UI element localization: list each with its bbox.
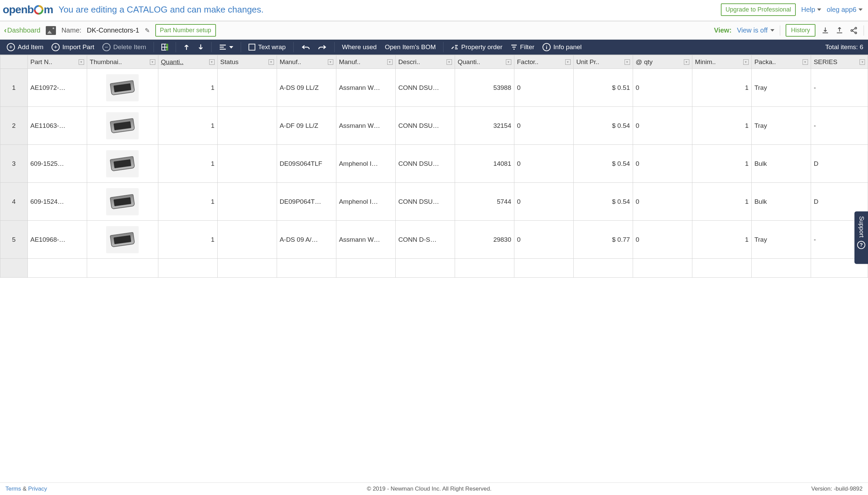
cell-factory[interactable]: 0 (514, 145, 573, 183)
cell-mfr-pn[interactable]: A-DF 09 LL/Z (277, 107, 336, 145)
undo-button[interactable] (299, 43, 312, 52)
cell-packaging[interactable]: Bulk (751, 183, 811, 221)
table-row[interactable] (0, 259, 868, 278)
cell-factory[interactable] (514, 259, 573, 278)
cell-description[interactable]: CONN DSU… (395, 107, 455, 145)
column-header-packaging[interactable]: Packa..▾ (751, 55, 811, 69)
open-items-bom-button[interactable]: Open Item's BOM (383, 42, 438, 52)
cell-qty-available[interactable]: 5744 (455, 183, 514, 221)
cell-at-qty[interactable] (633, 259, 692, 278)
cell-factory[interactable]: 0 (514, 69, 573, 107)
column-header-series[interactable]: SERIES▾ (811, 55, 868, 69)
cell-series[interactable]: - (811, 69, 868, 107)
cell-thumbnail[interactable] (87, 107, 158, 145)
cell-unit-price[interactable]: $ 0.77 (573, 221, 633, 259)
cell-thumbnail[interactable] (87, 69, 158, 107)
view-selector[interactable]: View is off (737, 27, 775, 34)
cell-mfr[interactable]: Assmann W… (336, 69, 395, 107)
cell-factory[interactable]: 0 (514, 107, 573, 145)
cell-description[interactable] (395, 259, 455, 278)
cell-minimum[interactable]: 1 (692, 145, 751, 183)
cell-description[interactable]: CONN D-S… (395, 221, 455, 259)
column-header-part-number[interactable]: Part N..▾ (28, 55, 87, 69)
filter-icon[interactable]: ▾ (209, 59, 215, 65)
cell-quantity[interactable]: 1 (158, 69, 217, 107)
column-header-quantity[interactable]: Quanti..▾ (158, 55, 217, 69)
cell-status[interactable] (217, 145, 277, 183)
cell-status[interactable] (217, 259, 277, 278)
column-layout-button[interactable] (159, 42, 170, 52)
cell-quantity[interactable]: 1 (158, 221, 217, 259)
cell-part-number[interactable]: AE10968-… (28, 221, 87, 259)
cell-qty-available[interactable]: 14081 (455, 145, 514, 183)
column-header-mfr-pn[interactable]: Manuf..▾ (277, 55, 336, 69)
filter-icon[interactable]: ▾ (150, 59, 155, 65)
cell-at-qty[interactable]: 0 (633, 183, 692, 221)
cell-quantity[interactable] (158, 259, 217, 278)
cell-mfr[interactable]: Amphenol I… (336, 145, 395, 183)
cell-factory[interactable]: 0 (514, 221, 573, 259)
data-grid[interactable]: Part N..▾ Thumbnai..▾ Quanti..▾ Status▾ … (0, 55, 868, 482)
cell-unit-price[interactable]: $ 0.54 (573, 183, 633, 221)
cell-at-qty[interactable]: 0 (633, 145, 692, 183)
cell-mfr[interactable]: Assmann W… (336, 221, 395, 259)
cell-packaging[interactable]: Tray (751, 69, 811, 107)
table-row[interactable]: 3 609-1525… 1 DE09S064TLF Amphenol I… CO… (0, 145, 868, 183)
column-header-rownum[interactable] (0, 55, 28, 69)
cell-qty-available[interactable] (455, 259, 514, 278)
user-menu[interactable]: oleg app6 (827, 6, 863, 14)
cell-packaging[interactable] (751, 259, 811, 278)
cell-part-number[interactable]: AE10972-… (28, 69, 87, 107)
support-tab[interactable]: Support ? (854, 211, 868, 264)
redo-button[interactable] (316, 43, 329, 52)
cell-minimum[interactable] (692, 259, 751, 278)
cell-mfr-pn[interactable] (277, 259, 336, 278)
cell-status[interactable] (217, 69, 277, 107)
info-panel-button[interactable]: i Info panel (541, 42, 583, 53)
filter-icon[interactable]: ▾ (625, 59, 630, 65)
cell-series[interactable]: - (811, 107, 868, 145)
edit-name-icon[interactable]: ✎ (145, 27, 150, 34)
table-row[interactable]: 1 AE10972-… 1 A-DS 09 LL/Z Assmann W… CO… (0, 69, 868, 107)
share-icon[interactable] (849, 26, 858, 35)
filter-icon[interactable]: ▾ (328, 59, 333, 65)
cell-mfr-pn[interactable]: A-DS 09 LL/Z (277, 69, 336, 107)
terms-link[interactable]: Terms (5, 485, 21, 492)
cell-part-number[interactable]: 609-1524… (28, 183, 87, 221)
cell-part-number[interactable]: 609-1525… (28, 145, 87, 183)
cell-at-qty[interactable]: 0 (633, 69, 692, 107)
cell-description[interactable]: CONN DSU… (395, 183, 455, 221)
cell-unit-price[interactable] (573, 259, 633, 278)
catalog-image-icon[interactable] (46, 26, 56, 35)
cell-status[interactable] (217, 183, 277, 221)
column-header-at-qty[interactable]: @ qty▾ (633, 55, 692, 69)
column-header-description[interactable]: Descri..▾ (395, 55, 455, 69)
upgrade-button[interactable]: Upgrade to Professional (721, 3, 796, 16)
filter-icon[interactable]: ▾ (387, 59, 393, 65)
cell-at-qty[interactable]: 0 (633, 107, 692, 145)
column-header-status[interactable]: Status▾ (217, 55, 277, 69)
cell-part-number[interactable]: AE11063-… (28, 107, 87, 145)
export-icon[interactable] (835, 26, 844, 35)
privacy-link[interactable]: Privacy (28, 485, 47, 492)
align-button[interactable] (217, 43, 235, 52)
cell-qty-available[interactable]: 53988 (455, 69, 514, 107)
add-item-button[interactable]: + Add Item (5, 42, 46, 53)
cell-factory[interactable]: 0 (514, 183, 573, 221)
cell-quantity[interactable]: 1 (158, 145, 217, 183)
filter-icon[interactable]: ▾ (803, 59, 808, 65)
history-button[interactable]: History (786, 24, 815, 37)
cell-unit-price[interactable]: $ 0.54 (573, 107, 633, 145)
cell-packaging[interactable]: Bulk (751, 145, 811, 183)
column-header-qty-available[interactable]: Quanti..▾ (455, 55, 514, 69)
part-number-setup-button[interactable]: Part Number setup (155, 24, 216, 37)
cell-at-qty[interactable]: 0 (633, 221, 692, 259)
where-used-button[interactable]: Where used (340, 42, 379, 52)
cell-unit-price[interactable]: $ 0.54 (573, 145, 633, 183)
cell-series[interactable]: D (811, 145, 868, 183)
cell-thumbnail[interactable] (87, 221, 158, 259)
filter-icon[interactable]: ▾ (860, 59, 865, 65)
cell-mfr[interactable]: Assmann W… (336, 107, 395, 145)
cell-mfr-pn[interactable]: DE09P064T… (277, 183, 336, 221)
cell-qty-available[interactable]: 32154 (455, 107, 514, 145)
